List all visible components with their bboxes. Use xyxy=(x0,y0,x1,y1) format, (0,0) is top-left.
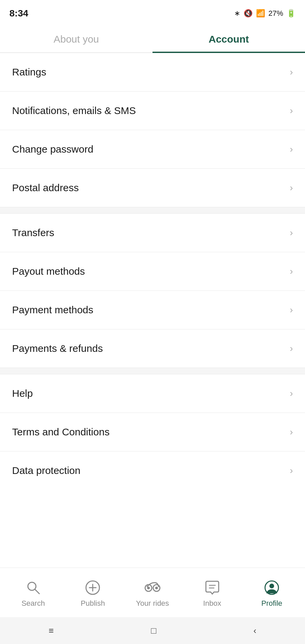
your-rides-icon-wrapper xyxy=(144,579,161,596)
menu-item-label-help: Help xyxy=(12,388,33,399)
svg-point-6 xyxy=(147,587,150,589)
status-time: 8:34 xyxy=(9,8,28,19)
nav-item-inbox[interactable]: Inbox xyxy=(182,575,242,612)
bluetooth-icon: ∗ xyxy=(234,9,240,18)
nav-item-profile[interactable]: Profile xyxy=(242,575,302,612)
section-divider-1 xyxy=(0,207,305,214)
tab-about-you[interactable]: About you xyxy=(0,24,152,52)
chevron-icon-payment-methods: › xyxy=(290,305,293,315)
menu-item-label-payments-refunds: Payments & refunds xyxy=(12,343,103,354)
inbox-icon-wrapper xyxy=(204,579,221,596)
tab-bar: About you Account xyxy=(0,24,305,53)
section-divider-2 xyxy=(0,368,305,374)
menu-item-label-data-protection: Data protection xyxy=(12,465,80,476)
search-icon xyxy=(26,580,41,595)
android-nav-bar: ≡ □ ‹ xyxy=(0,617,305,644)
menu-item-help[interactable]: Help › xyxy=(0,374,305,413)
menu-item-label-payout-methods: Payout methods xyxy=(12,266,85,277)
chevron-icon-transfers: › xyxy=(290,227,293,238)
menu-item-label-postal-address: Postal address xyxy=(12,182,79,194)
menu-item-label-terms: Terms and Conditions xyxy=(12,426,110,438)
search-icon-wrapper xyxy=(25,579,42,596)
svg-point-12 xyxy=(269,584,274,588)
menu-item-payment-methods[interactable]: Payment methods › xyxy=(0,291,305,329)
publish-icon-wrapper xyxy=(84,579,101,596)
profile-icon-wrapper xyxy=(263,579,280,596)
nav-label-profile: Profile xyxy=(261,599,282,608)
menu-item-label-payment-methods: Payment methods xyxy=(12,304,93,316)
menu-list: Ratings › Notifications, emails & SMS › … xyxy=(0,53,305,568)
nav-item-your-rides[interactable]: Your rides xyxy=(123,575,182,612)
menu-item-payments-refunds[interactable]: Payments & refunds › xyxy=(0,329,305,368)
menu-item-postal-address[interactable]: Postal address › xyxy=(0,169,305,207)
inbox-icon xyxy=(205,580,220,595)
android-menu-icon[interactable]: ≡ xyxy=(49,626,54,636)
menu-item-label-change-password: Change password xyxy=(12,144,93,155)
chevron-icon-help: › xyxy=(290,388,293,399)
nav-item-search[interactable]: Search xyxy=(3,575,63,612)
svg-point-8 xyxy=(155,587,158,589)
nav-label-your-rides: Your rides xyxy=(136,599,169,608)
menu-section-1: Ratings › Notifications, emails & SMS › … xyxy=(0,53,305,207)
tab-account[interactable]: Account xyxy=(152,24,305,52)
chevron-icon-payout-methods: › xyxy=(290,266,293,277)
publish-icon xyxy=(85,580,100,595)
profile-icon xyxy=(264,580,279,595)
menu-item-payout-methods[interactable]: Payout methods › xyxy=(0,252,305,291)
menu-item-data-protection[interactable]: Data protection › xyxy=(0,451,305,490)
nav-label-search: Search xyxy=(21,599,45,608)
battery-level: 27% xyxy=(268,9,283,18)
bottom-nav: Search Publish Your rides xyxy=(0,568,305,617)
menu-item-change-password[interactable]: Change password › xyxy=(0,130,305,169)
menu-item-label-ratings: Ratings xyxy=(12,66,46,78)
menu-section-2: Transfers › Payout methods › Payment met… xyxy=(0,214,305,368)
menu-item-label-transfers: Transfers xyxy=(12,227,54,238)
android-home-icon[interactable]: □ xyxy=(151,626,156,636)
status-bar: 8:34 ∗ 🔇 📶 27% 🔋 xyxy=(0,0,305,24)
battery-icon: 🔋 xyxy=(287,9,296,18)
chevron-icon-ratings: › xyxy=(290,67,293,77)
svg-line-1 xyxy=(35,589,39,594)
chevron-icon-data-protection: › xyxy=(290,465,293,476)
nav-item-publish[interactable]: Publish xyxy=(63,575,123,612)
nav-label-inbox: Inbox xyxy=(203,599,221,608)
menu-item-ratings[interactable]: Ratings › xyxy=(0,53,305,92)
chevron-icon-postal-address: › xyxy=(290,182,293,193)
chevron-icon-terms: › xyxy=(290,427,293,437)
menu-item-notifications[interactable]: Notifications, emails & SMS › xyxy=(0,92,305,130)
your-rides-icon xyxy=(144,580,161,595)
menu-item-label-notifications: Notifications, emails & SMS xyxy=(12,105,136,116)
chevron-icon-notifications: › xyxy=(290,105,293,116)
wifi-icon: 📶 xyxy=(256,9,265,18)
chevron-icon-change-password: › xyxy=(290,144,293,155)
nav-label-publish: Publish xyxy=(81,599,105,608)
menu-item-terms[interactable]: Terms and Conditions › xyxy=(0,413,305,451)
status-icons: ∗ 🔇 📶 27% 🔋 xyxy=(234,9,296,18)
chevron-icon-payments-refunds: › xyxy=(290,343,293,354)
android-back-icon[interactable]: ‹ xyxy=(254,626,257,636)
mute-icon: 🔇 xyxy=(244,9,253,18)
menu-item-transfers[interactable]: Transfers › xyxy=(0,214,305,252)
menu-section-3: Help › Terms and Conditions › Data prote… xyxy=(0,374,305,490)
